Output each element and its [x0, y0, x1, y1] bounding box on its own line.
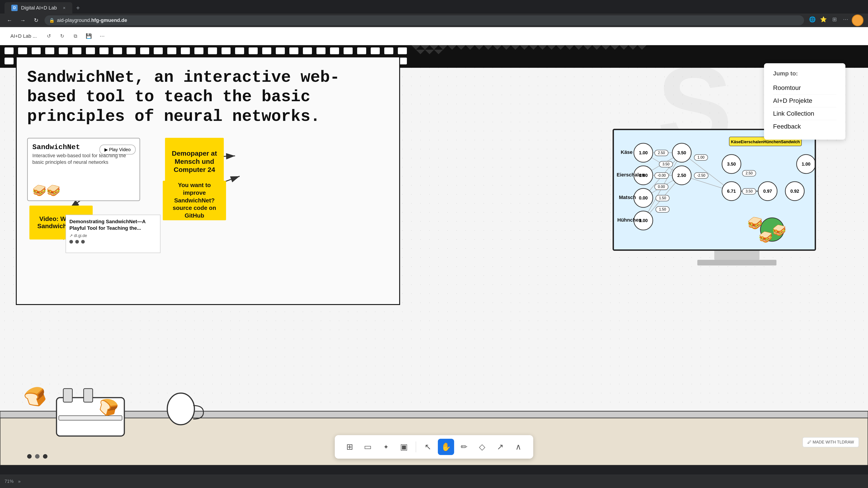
- demopaper-sticky-text: Demopaper at Mensch und Computer 24: [168, 149, 220, 174]
- zoom-level[interactable]: 71%: [4, 479, 13, 484]
- svg-text:3.50: 3.50: [727, 162, 736, 166]
- svg-text:1.50: 1.50: [659, 196, 666, 200]
- frame-tool[interactable]: ▭: [360, 439, 376, 455]
- svg-text:0.00: 0.00: [658, 185, 665, 189]
- tldraw-menu-button[interactable]: AI+D Lab ...: [7, 31, 40, 41]
- undo-button[interactable]: ↺: [44, 31, 54, 41]
- user-avatar[interactable]: [852, 14, 864, 26]
- svg-rect-5: [59, 47, 68, 54]
- svg-text:1.00: 1.00: [802, 162, 811, 166]
- canvas-area[interactable]: AI+D Lab ... ↺ ↻ ⧉ 💾 ⋯ S: [0, 27, 868, 465]
- refresh-button[interactable]: ↻: [31, 15, 41, 25]
- di-article-title: Demonstrating SandwichNet—A Playful Tool…: [69, 219, 157, 231]
- svg-text:KäseEierschalenHünchenSandwich: KäseEierschalenHünchenSandwich: [731, 140, 800, 144]
- forward-button[interactable]: →: [18, 15, 28, 25]
- select-tool[interactable]: ↖: [420, 439, 436, 455]
- bottom-toolbar: ⊞ ▭ ✦ ▣ ↖ ✋ ✏ ◇ ↗ ∧: [335, 435, 533, 459]
- sandwich-illustration: 🥪🥪: [32, 184, 60, 197]
- monitor-stand: [714, 251, 760, 260]
- transform-tool[interactable]: ✦: [378, 439, 394, 455]
- extensions-button[interactable]: ⊞: [830, 14, 839, 24]
- svg-text:Matsch: Matsch: [619, 195, 636, 200]
- main-title: SandwichNet, an interactive web-based to…: [27, 68, 366, 126]
- svg-text:-2.50: -2.50: [697, 173, 706, 177]
- slide-dot-1[interactable]: [27, 454, 32, 459]
- hand-tool[interactable]: ✋: [438, 439, 454, 455]
- svg-rect-7: [86, 47, 95, 54]
- slide-dots: [27, 454, 48, 459]
- svg-text:🥪: 🥪: [747, 216, 763, 230]
- github-sticky-text: You want to improve SandwichNet? source …: [166, 182, 223, 220]
- svg-rect-25: [330, 47, 339, 54]
- save-button[interactable]: 💾: [84, 31, 94, 41]
- di-dot-3: [81, 240, 85, 243]
- active-tab[interactable]: D Digital AI+D Lab ×: [4, 2, 72, 13]
- redo-button[interactable]: ↻: [57, 31, 67, 41]
- translate-button[interactable]: 🌐: [807, 14, 817, 24]
- svg-text:0.00: 0.00: [639, 195, 648, 200]
- nav-bar: ← → ↻ 🔒 aid-playground.hfg-gmuend.de 🌐 ⭐…: [0, 13, 868, 27]
- fit-screen-tool[interactable]: ⊞: [342, 439, 358, 455]
- favorites-button[interactable]: ⭐: [818, 14, 829, 24]
- svg-rect-2: [18, 47, 27, 54]
- back-button[interactable]: ←: [4, 15, 14, 25]
- browser-menu-button[interactable]: ⋯: [841, 14, 850, 24]
- svg-text:🍞: 🍞: [21, 383, 50, 411]
- svg-rect-19: [249, 47, 258, 54]
- tab-close-button[interactable]: ×: [63, 5, 66, 11]
- svg-rect-11: [140, 47, 149, 54]
- clone-button[interactable]: ⧉: [70, 31, 81, 41]
- svg-rect-18: [235, 47, 244, 54]
- svg-rect-17: [221, 47, 230, 54]
- new-tab-button[interactable]: +: [72, 2, 84, 13]
- svg-text:3.50: 3.50: [745, 189, 752, 193]
- di-article-card[interactable]: Demonstrating SandwichNet—A Playful Tool…: [66, 215, 160, 253]
- svg-text:6.71: 6.71: [727, 189, 736, 194]
- svg-text:-0.00: -0.00: [657, 173, 666, 177]
- crop-tool[interactable]: ▣: [396, 439, 412, 455]
- svg-text:🥪: 🥪: [772, 223, 786, 237]
- jump-to-title: Jump to:: [773, 70, 836, 77]
- svg-rect-6: [72, 47, 81, 54]
- svg-text:0.92: 0.92: [790, 189, 799, 194]
- svg-text:2.50: 2.50: [658, 151, 665, 155]
- arrow-tool[interactable]: ↗: [492, 439, 508, 455]
- jump-to-panel: Jump to: Roomtour AI+D Projekte Link Col…: [764, 63, 845, 140]
- status-bar: 71% »: [0, 475, 868, 488]
- di-dot-1: [69, 240, 73, 243]
- monitor-screen: 1.00 1.00 0.00 1.00 Käse Eierschalen Mat…: [613, 129, 816, 251]
- svg-rect-3: [32, 47, 41, 54]
- svg-point-165: [167, 393, 194, 425]
- draw-tool[interactable]: ✏: [456, 439, 472, 455]
- nav-actions: 🌐 ⭐ ⊞ ⋯: [807, 14, 864, 26]
- slide-dot-2[interactable]: [35, 454, 39, 459]
- svg-rect-24: [316, 47, 326, 54]
- svg-rect-30: [398, 47, 407, 54]
- jump-to-roomtour[interactable]: Roomtour: [773, 82, 836, 94]
- jump-to-ai-projekte[interactable]: AI+D Projekte: [773, 94, 836, 107]
- more-options-button[interactable]: ⋯: [97, 31, 107, 41]
- jump-to-feedback[interactable]: Feedback: [773, 120, 836, 133]
- svg-rect-28: [371, 47, 380, 54]
- svg-rect-23: [303, 47, 312, 54]
- svg-rect-20: [262, 47, 271, 54]
- di-card-dots: [69, 240, 157, 243]
- slide-dot-3[interactable]: [43, 454, 48, 459]
- svg-text:1.00: 1.00: [698, 156, 704, 159]
- tldraw-badge[interactable]: 🖊 MADE WITH TLDRAW: [802, 437, 859, 447]
- more-tool[interactable]: ∧: [510, 439, 526, 455]
- play-video-button[interactable]: ▶ Play Video: [99, 144, 135, 155]
- svg-text:0.97: 0.97: [763, 189, 772, 194]
- demopaper-sticky-note[interactable]: Demopaper at Mensch und Computer 24: [165, 138, 224, 185]
- svg-rect-22: [289, 47, 298, 54]
- jump-to-link-collection[interactable]: Link Collection: [773, 107, 836, 120]
- svg-rect-12: [154, 47, 163, 54]
- github-sticky-note[interactable]: You want to improve SandwichNet? source …: [163, 181, 226, 220]
- erase-tool[interactable]: ◇: [474, 439, 490, 455]
- svg-rect-163: [84, 389, 93, 402]
- svg-text:3.50: 3.50: [677, 150, 686, 155]
- zoom-expand-button[interactable]: »: [18, 479, 21, 484]
- svg-rect-162: [63, 389, 72, 402]
- address-bar[interactable]: 🔒 aid-playground.hfg-gmuend.de: [44, 15, 804, 25]
- svg-rect-14: [181, 47, 190, 54]
